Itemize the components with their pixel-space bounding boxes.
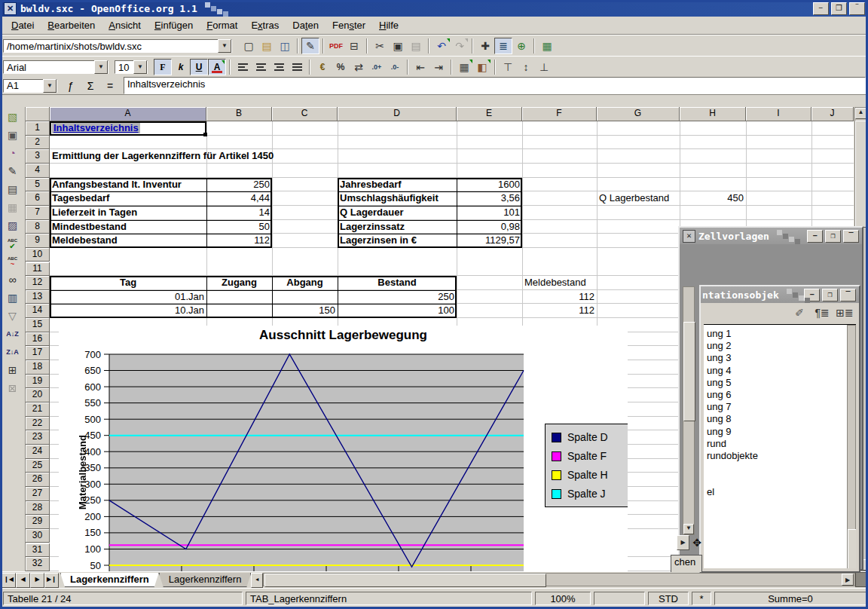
underline-button[interactable]: U [190, 59, 208, 75]
style-list-item[interactable]: rund [704, 438, 856, 450]
column-header-I[interactable]: I [746, 107, 811, 121]
shade-icon[interactable]: ‾ [843, 230, 859, 243]
url-dropdown-icon[interactable]: ▼ [218, 39, 231, 53]
spellcheck-button[interactable]: ABC✔ [4, 235, 22, 252]
row-header-2[interactable]: 2 [26, 136, 50, 150]
scroll-down-icon[interactable]: ▼ [683, 524, 694, 534]
style-list-item[interactable]: ung 1 [704, 328, 856, 340]
row-header-21[interactable]: 21 [26, 402, 50, 417]
edit-mode-button[interactable]: ✎ [301, 38, 319, 54]
style-list-item[interactable]: el [704, 486, 856, 498]
align-top-button[interactable]: ⊤ [499, 59, 517, 75]
column-header-J[interactable]: J [811, 107, 854, 121]
hyperlink-internet-button[interactable]: ⊕ [512, 38, 530, 54]
function-button[interactable]: = [102, 78, 118, 94]
row-header-29[interactable]: 29 [26, 515, 50, 529]
presentation-styles-window[interactable]: ntationsobjek −❒‾ ✐¶≣⊞≣ ung 1ung 2ung 3u… [699, 285, 860, 573]
menu-bearbeiten[interactable]: Bearbeiten [41, 18, 102, 32]
cell-G6[interactable]: Q Lagerbestand [597, 191, 680, 206]
cell-F13[interactable]: 112 [522, 290, 597, 304]
borders-dropdown-icon[interactable] [469, 60, 472, 63]
style-list-item[interactable] [704, 462, 856, 474]
number-format-percent-button[interactable]: % [332, 59, 350, 75]
row-header-1[interactable]: 1 [26, 121, 50, 136]
font-size-combo[interactable]: 10 ▼ [115, 60, 148, 74]
font-color-button[interactable]: A [208, 59, 226, 75]
cut-button[interactable]: ✂ [371, 38, 389, 54]
shade-icon[interactable]: ‾ [840, 289, 856, 301]
cell-F14[interactable]: 112 [522, 304, 597, 318]
new-document-button[interactable]: ▢ [240, 38, 258, 54]
minimize-icon[interactable]: − [813, 2, 829, 15]
font-name-dropdown-icon[interactable]: ▼ [94, 60, 108, 74]
print-button[interactable]: ⊟ [345, 38, 363, 54]
maximize-icon[interactable]: ❒ [831, 2, 847, 15]
cell-A3[interactable]: Ermittlung der Lagerkennziffern für Arti… [50, 149, 276, 164]
redo-button[interactable]: ↷ [451, 38, 469, 54]
name-box[interactable]: A1 ▼ [3, 79, 57, 93]
styles-list-scrollbar[interactable]: ▼ [683, 286, 695, 535]
row-header-19[interactable]: 19 [26, 375, 50, 389]
font-name-combo[interactable]: Arial ▼ [3, 60, 108, 74]
style-list-item[interactable]: ung 6 [704, 389, 856, 401]
row-header-24[interactable]: 24 [26, 445, 50, 459]
insert-rows-button[interactable]: ▦ [4, 199, 22, 216]
style-list-item[interactable]: rundobjekte [704, 450, 856, 462]
decrease-indent-button[interactable]: ⇤ [411, 59, 429, 75]
row-header-26[interactable]: 26 [26, 473, 50, 487]
stylist-button[interactable]: ≣ [494, 38, 512, 54]
last-sheet-icon[interactable]: ▶❙ [44, 573, 59, 588]
scroll-up-icon[interactable]: ▲ [855, 108, 866, 119]
scrollbar-thumb[interactable] [683, 322, 695, 421]
add-decimal-button[interactable]: .0+ [368, 59, 386, 75]
sheet-tab-0[interactable]: Lagerkennziffern [60, 573, 159, 587]
cell-styles-titlebar[interactable]: ✕ Zellvorlagen −❒‾ [680, 228, 862, 244]
row-header-22[interactable]: 22 [26, 417, 50, 431]
maximize-icon[interactable]: ❒ [825, 230, 841, 243]
style-list-item[interactable]: ung 9 [704, 426, 856, 438]
open-button[interactable]: ▤ [258, 38, 276, 54]
sort-ascending-button[interactable]: A↓Z [4, 326, 22, 342]
sheet-tab-1[interactable]: Lagerkennziffern [159, 573, 252, 587]
row-header-11[interactable]: 11 [26, 262, 50, 277]
tab-splitter[interactable]: ◂ [251, 573, 263, 588]
url-field[interactable]: /home/martinix/shots/bwldv.sxc ▼ [3, 39, 232, 53]
align-bottom-button[interactable]: ⊥ [535, 59, 553, 75]
column-header-G[interactable]: G [597, 107, 680, 121]
style-list-item[interactable]: ung 2 [704, 340, 856, 352]
background-color-dropdown-icon[interactable] [487, 60, 491, 63]
row-header-17[interactable]: 17 [26, 346, 50, 360]
row-header-18[interactable]: 18 [26, 360, 50, 375]
column-header-E[interactable]: E [457, 107, 522, 121]
new-style-from-selection-button[interactable]: ¶≣ [814, 305, 830, 320]
row-header-9[interactable]: 9 [26, 234, 50, 248]
paste-special-button[interactable]: ▨ [4, 217, 22, 234]
horizontal-scrollbar-thumb[interactable] [264, 574, 546, 587]
font-color-dropdown-icon[interactable] [222, 60, 225, 64]
italic-button[interactable]: k [172, 59, 190, 75]
background-color-button[interactable]: ◧ [473, 59, 491, 75]
row-header-31[interactable]: 31 [26, 543, 50, 558]
close-icon[interactable]: ✕ [4, 2, 17, 15]
corner-header[interactable] [26, 107, 50, 121]
export-pdf-button[interactable]: PDF [327, 38, 345, 54]
insert-chart-button[interactable]: ◔ [4, 145, 22, 161]
close-icon[interactable]: ✕ [683, 230, 695, 243]
vertical-scrollbar-thumb[interactable] [855, 121, 868, 228]
sort-descending-button[interactable]: Z↓A [4, 344, 22, 360]
row-header-13[interactable]: 13 [26, 290, 50, 304]
scroll-right-icon[interactable]: ▶ [842, 574, 854, 586]
fill-handle[interactable] [203, 133, 207, 136]
row-header-27[interactable]: 27 [26, 487, 50, 501]
row-header-8[interactable]: 8 [26, 220, 50, 234]
style-list-item[interactable] [704, 474, 856, 486]
menu-datei[interactable]: Datei [5, 18, 41, 32]
align-right-button[interactable] [270, 59, 288, 75]
autofilter-button[interactable]: ▽ [4, 308, 22, 324]
paste-button[interactable]: ▤ [407, 38, 425, 54]
row-header-16[interactable]: 16 [26, 332, 50, 347]
menu-hilfe[interactable]: Hilfe [372, 18, 405, 32]
row-header-14[interactable]: 14 [26, 304, 50, 318]
align-justify-button[interactable] [288, 59, 306, 75]
cell-F12[interactable]: Meldebestand [522, 276, 597, 290]
